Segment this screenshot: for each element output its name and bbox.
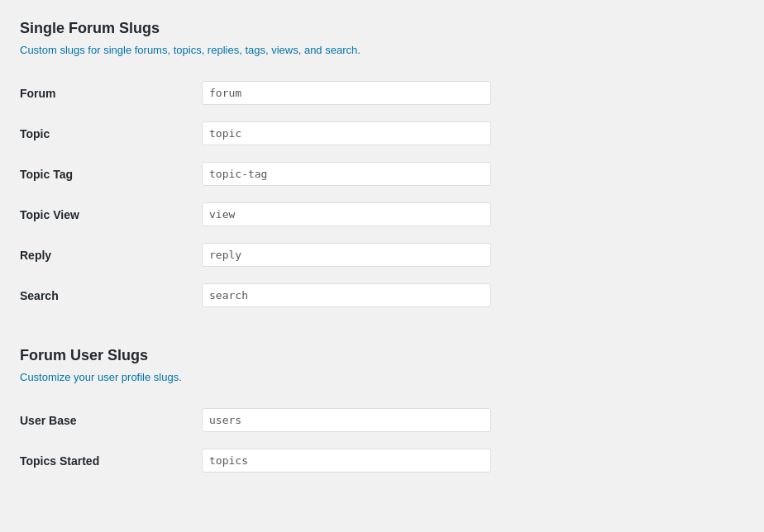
- search-input[interactable]: [202, 283, 491, 307]
- table-row: Topic Tag: [20, 154, 744, 194]
- topic-input-label: Topic: [20, 113, 202, 154]
- topic-view-input-label: Topic View: [20, 194, 202, 235]
- user-base-input[interactable]: [202, 408, 491, 432]
- forum-input-label: Forum: [20, 73, 202, 113]
- single-forum-slugs-description: Custom slugs for single forums, topics, …: [20, 44, 744, 56]
- reply-input-label: Reply: [20, 235, 202, 275]
- topic-input[interactable]: [202, 121, 491, 145]
- forum-user-slugs-title: Forum User Slugs: [20, 347, 744, 364]
- table-row: Topic View: [20, 194, 744, 235]
- table-row: Search: [20, 275, 744, 316]
- table-row: Forum: [20, 73, 744, 113]
- topics-started-input[interactable]: [202, 449, 491, 473]
- forum-input[interactable]: [202, 81, 491, 105]
- search-input-label: Search: [20, 275, 202, 316]
- table-row: Topic: [20, 113, 744, 154]
- topics-started-input-label: Topics Started: [20, 440, 202, 481]
- topic-tag-input-label: Topic Tag: [20, 154, 202, 194]
- table-row: Reply: [20, 235, 744, 275]
- single-forum-slugs-table: ForumTopicTopic TagTopic ViewReplySearch: [20, 73, 744, 316]
- forum-user-slugs-section: Forum User Slugs Customize your user pro…: [20, 344, 744, 509]
- table-row: User Base: [20, 400, 744, 440]
- topic-tag-input[interactable]: [202, 162, 491, 186]
- single-forum-slugs-section: Single Forum Slugs Custom slugs for sing…: [20, 17, 744, 344]
- single-forum-slugs-title: Single Forum Slugs: [20, 20, 744, 37]
- user-base-input-label: User Base: [20, 400, 202, 440]
- table-row: Topics Started: [20, 440, 744, 481]
- forum-user-slugs-description: Customize your user profile slugs.: [20, 371, 744, 383]
- reply-input[interactable]: [202, 243, 491, 267]
- topic-view-input[interactable]: [202, 202, 491, 226]
- forum-user-slugs-table: User BaseTopics Started: [20, 400, 744, 481]
